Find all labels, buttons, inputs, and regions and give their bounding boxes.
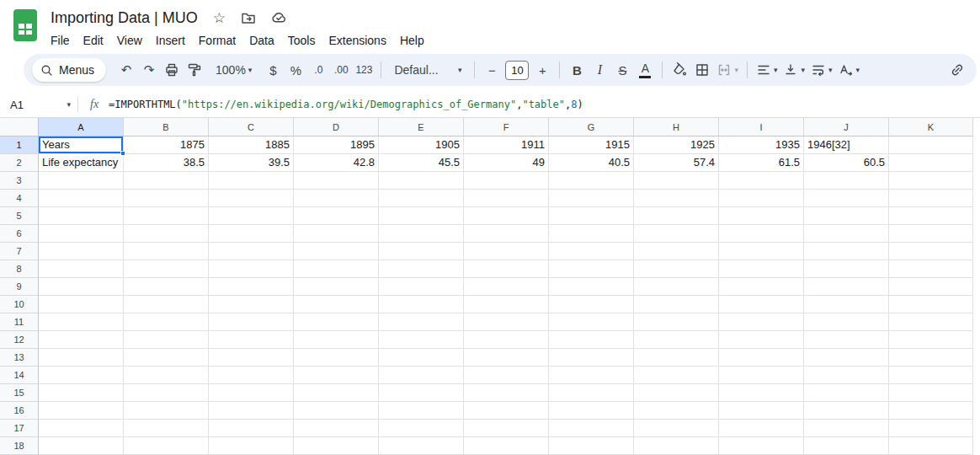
cell-A4[interactable] <box>39 190 124 207</box>
column-header-A[interactable]: A <box>39 118 124 136</box>
cell-reference-box[interactable]: A1 ▾ <box>0 92 77 117</box>
document-title[interactable]: Importing Data | MUO <box>51 9 198 27</box>
cell-G18[interactable] <box>549 437 634 455</box>
cell-B6[interactable] <box>124 225 209 243</box>
cell-C12[interactable] <box>209 331 294 349</box>
cell-C2[interactable]: 39.5 <box>209 154 294 172</box>
column-header-J[interactable]: J <box>804 118 889 136</box>
cell-C3[interactable] <box>209 172 294 190</box>
cell-D5[interactable] <box>294 207 379 225</box>
cell-H1[interactable]: 1925 <box>634 136 719 154</box>
column-header-F[interactable]: F <box>464 118 549 136</box>
cell-A3[interactable] <box>39 172 124 190</box>
cell-I6[interactable] <box>719 225 804 243</box>
column-header-G[interactable]: G <box>549 118 634 136</box>
cell-C16[interactable] <box>209 402 294 420</box>
cell-A1[interactable]: Years <box>39 136 124 154</box>
cell-D9[interactable] <box>294 278 379 296</box>
cell-I4[interactable] <box>719 190 804 207</box>
cell-I1[interactable]: 1935 <box>719 136 804 154</box>
cell-A12[interactable] <box>39 331 124 349</box>
decrease-decimal-button[interactable]: .0 <box>307 58 329 82</box>
cell-G14[interactable] <box>549 367 634 384</box>
cell-G16[interactable] <box>549 402 634 420</box>
cell-H9[interactable] <box>634 278 719 296</box>
cell-A13[interactable] <box>39 349 124 367</box>
cell-C10[interactable] <box>209 296 294 313</box>
row-header-1[interactable]: 1 <box>0 136 39 154</box>
column-header-D[interactable]: D <box>294 118 379 136</box>
cell-J11[interactable] <box>804 313 889 331</box>
cell-B18[interactable] <box>124 437 209 455</box>
menu-edit[interactable]: Edit <box>77 31 110 50</box>
cell-H3[interactable] <box>634 172 719 190</box>
cell-E4[interactable] <box>379 190 464 207</box>
menu-data[interactable]: Data <box>242 31 281 50</box>
row-header-14[interactable]: 14 <box>0 367 39 384</box>
cell-H8[interactable] <box>634 260 719 278</box>
paint-format-button[interactable] <box>184 58 205 82</box>
cell-E9[interactable] <box>379 278 464 296</box>
cell-F2[interactable]: 49 <box>464 154 549 172</box>
cell-D3[interactable] <box>294 172 379 190</box>
cell-F8[interactable] <box>464 260 549 278</box>
cell-J6[interactable] <box>804 225 889 243</box>
fill-color-button[interactable] <box>668 58 690 82</box>
row-header-8[interactable]: 8 <box>0 260 39 278</box>
cell-F6[interactable] <box>464 225 549 243</box>
cell-F15[interactable] <box>464 384 549 402</box>
cell-A15[interactable] <box>39 384 124 402</box>
cell-F13[interactable] <box>464 349 549 367</box>
cell-D1[interactable]: 1895 <box>294 136 379 154</box>
row-header-13[interactable]: 13 <box>0 349 39 367</box>
row-header-11[interactable]: 11 <box>0 313 39 331</box>
cell-J7[interactable] <box>804 243 889 260</box>
cell-C18[interactable] <box>209 437 294 455</box>
cell-D4[interactable] <box>294 190 379 207</box>
select-all-corner[interactable] <box>0 118 39 136</box>
cell-H2[interactable]: 57.4 <box>634 154 719 172</box>
cell-D6[interactable] <box>294 225 379 243</box>
cell-I13[interactable] <box>719 349 804 367</box>
row-header-18[interactable]: 18 <box>0 437 39 455</box>
cell-E11[interactable] <box>379 313 464 331</box>
cell-K15[interactable] <box>889 384 973 402</box>
cell-H16[interactable] <box>634 402 719 420</box>
cell-A6[interactable] <box>39 225 124 243</box>
cell-I5[interactable] <box>719 207 804 225</box>
cell-J3[interactable] <box>804 172 889 190</box>
cell-F4[interactable] <box>464 190 549 207</box>
more-formats-button[interactable]: 123 <box>353 58 375 82</box>
print-button[interactable] <box>161 58 183 82</box>
cell-A2[interactable]: Life expectancy <box>39 154 124 172</box>
row-header-9[interactable]: 9 <box>0 278 39 296</box>
cell-H12[interactable] <box>634 331 719 349</box>
cell-K7[interactable] <box>889 243 973 260</box>
cell-I18[interactable] <box>719 437 804 455</box>
cell-I7[interactable] <box>719 243 804 260</box>
cell-H10[interactable] <box>634 296 719 313</box>
cell-B7[interactable] <box>124 243 209 260</box>
row-header-7[interactable]: 7 <box>0 243 39 260</box>
cell-D12[interactable] <box>294 331 379 349</box>
cell-D15[interactable] <box>294 384 379 402</box>
cell-F5[interactable] <box>464 207 549 225</box>
cell-J8[interactable] <box>804 260 889 278</box>
cell-B9[interactable] <box>124 278 209 296</box>
cell-G5[interactable] <box>549 207 634 225</box>
cell-B4[interactable] <box>124 190 209 207</box>
fill-handle[interactable] <box>120 151 125 156</box>
cell-B12[interactable] <box>124 331 209 349</box>
cell-K1[interactable] <box>889 136 973 154</box>
menu-file[interactable]: File <box>44 31 77 50</box>
cell-H13[interactable] <box>634 349 719 367</box>
menu-help[interactable]: Help <box>393 31 431 50</box>
cell-J4[interactable] <box>804 190 889 207</box>
cell-F11[interactable] <box>464 313 549 331</box>
cell-D11[interactable] <box>294 313 379 331</box>
cell-E7[interactable] <box>379 243 464 260</box>
row-header-4[interactable]: 4 <box>0 190 39 207</box>
cell-H7[interactable] <box>634 243 719 260</box>
cell-C17[interactable] <box>209 420 294 437</box>
cell-F9[interactable] <box>464 278 549 296</box>
